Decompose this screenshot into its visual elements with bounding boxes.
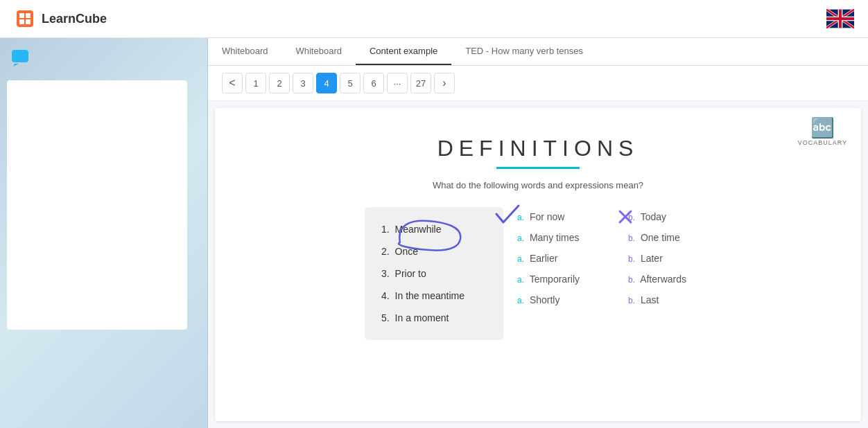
answer-text-5a: Shortly xyxy=(530,294,560,305)
sidebar xyxy=(0,38,208,428)
option-label-5a: a. xyxy=(517,296,524,305)
svg-rect-4 xyxy=(26,19,31,24)
page-27-button[interactable]: 27 xyxy=(410,73,431,93)
content-area: Whiteboard Whiteboard Content example TE… xyxy=(208,38,868,428)
logo-text: LearnCube xyxy=(42,12,107,26)
word-item-1: 1. Meanwhile xyxy=(381,218,487,240)
svg-rect-2 xyxy=(26,13,31,18)
checkmark-svg xyxy=(489,200,524,228)
answers-section: a. For now b. Today xyxy=(517,207,711,340)
slide-thumbnail xyxy=(7,80,187,330)
page-ellipsis[interactable]: ··· xyxy=(387,73,408,93)
title-underline xyxy=(496,167,580,169)
words-column: 1. Meanwhile 2. Once xyxy=(365,207,503,340)
word-num-2: 2. xyxy=(381,246,390,257)
answer-text-4a: Temporarily xyxy=(530,274,580,285)
answer-1a: a. For now xyxy=(517,211,600,222)
page-2-button[interactable]: 2 xyxy=(269,73,290,93)
answer-3b: b. Later xyxy=(628,253,711,264)
option-label-4b: b. xyxy=(628,275,635,285)
next-page-button[interactable]: › xyxy=(434,73,455,93)
answer-2a: a. Many times xyxy=(517,232,600,243)
answer-text-3b: Later xyxy=(641,253,663,264)
answer-5b: b. Last xyxy=(628,294,711,305)
answer-1b: b. Today xyxy=(628,211,711,222)
answer-row-2: a. Many times b. One time xyxy=(517,228,711,247)
answer-text-5b: Last xyxy=(641,294,659,305)
prev-page-button[interactable]: < xyxy=(222,73,243,93)
option-label-2a: a. xyxy=(517,233,524,243)
answer-text-1b: Today xyxy=(641,211,666,222)
answer-text-4b: Afterwards xyxy=(640,274,686,285)
word-meanwhile: Meanwhile xyxy=(395,224,442,235)
answer-row-3: a. Earlier b. Later xyxy=(517,249,711,268)
word-item-5: 5. In a moment xyxy=(381,307,487,329)
answer-4b: b. Afterwards xyxy=(628,274,711,285)
tab-content-example[interactable]: Content example xyxy=(356,38,451,65)
word-item-3: 3. Prior to xyxy=(381,262,487,285)
word-num-3: 3. xyxy=(381,268,390,279)
word-prior-to: Prior to xyxy=(395,268,426,279)
word-num-1: 1. xyxy=(381,224,390,235)
slide-title: DEFINITIONS xyxy=(243,136,833,161)
svg-rect-3 xyxy=(19,19,24,24)
answer-5a: a. Shortly xyxy=(517,294,600,305)
pagination: < 1 2 3 4 5 6 ··· 27 › xyxy=(208,66,868,101)
word-in-the-meantime: In the meantime xyxy=(395,290,465,301)
uk-flag-icon xyxy=(826,9,854,28)
tab-whiteboard-2[interactable]: Whiteboard xyxy=(281,38,355,65)
chat-button[interactable] xyxy=(7,45,33,73)
answer-3a: a. Earlier xyxy=(517,253,600,264)
main-layout: Whiteboard Whiteboard Content example TE… xyxy=(0,38,868,428)
chat-icon xyxy=(10,48,30,68)
cross-svg xyxy=(617,208,634,225)
svg-rect-0 xyxy=(17,10,33,27)
word-item-4: 4. In the meantime xyxy=(381,285,487,307)
slide-subtitle: What do the following words and expressi… xyxy=(243,180,833,190)
logo: LearnCube xyxy=(14,8,107,30)
slide-content: 🔤 VOCABULARY DEFINITIONS What do the fol… xyxy=(215,108,861,421)
answer-2b: b. One time xyxy=(628,232,711,243)
answer-row-5: a. Shortly b. Last xyxy=(517,290,711,310)
option-label-2b: b. xyxy=(628,233,635,243)
logo-icon xyxy=(14,8,36,30)
vocab-badge: 🔤 VOCABULARY xyxy=(798,118,847,146)
vocab-icon: 🔤 xyxy=(810,118,835,138)
tabs-bar: Whiteboard Whiteboard Content example TE… xyxy=(208,38,868,66)
page-5-button[interactable]: 5 xyxy=(340,73,361,93)
answer-row-4: a. Temporarily b. Afterwards xyxy=(517,269,711,289)
answer-text-2b: One time xyxy=(641,232,680,243)
word-item-2: 2. Once xyxy=(381,240,487,262)
word-num-5: 5. xyxy=(381,312,390,323)
word-in-a-moment: In a moment xyxy=(395,312,449,323)
page-1-button[interactable]: 1 xyxy=(245,73,266,93)
answer-text-2a: Many times xyxy=(530,232,580,243)
vocab-label: VOCABULARY xyxy=(798,139,847,146)
svg-rect-6 xyxy=(12,50,28,62)
page-6-button[interactable]: 6 xyxy=(363,73,384,93)
answer-text-3a: Earlier xyxy=(530,253,557,264)
option-label-5b: b. xyxy=(628,296,635,305)
option-label-3a: a. xyxy=(517,254,524,264)
option-label-3b: b. xyxy=(628,254,635,264)
page-3-button[interactable]: 3 xyxy=(293,73,313,93)
answer-row-1: a. For now b. Today xyxy=(517,207,711,226)
word-once: Once xyxy=(395,246,418,257)
answer-4a: a. Temporarily xyxy=(517,274,600,285)
word-num-4: 4. xyxy=(381,290,390,301)
header: LearnCube xyxy=(0,0,868,38)
tab-whiteboard-1[interactable]: Whiteboard xyxy=(208,38,281,65)
page-4-button[interactable]: 4 xyxy=(316,73,337,93)
answer-text-1a: For now xyxy=(530,211,565,222)
option-label-4a: a. xyxy=(517,275,524,285)
tab-ted[interactable]: TED - How many verb tenses xyxy=(451,38,597,65)
quiz-grid: 1. Meanwhile 2. Once xyxy=(243,207,833,340)
svg-rect-1 xyxy=(19,13,24,18)
